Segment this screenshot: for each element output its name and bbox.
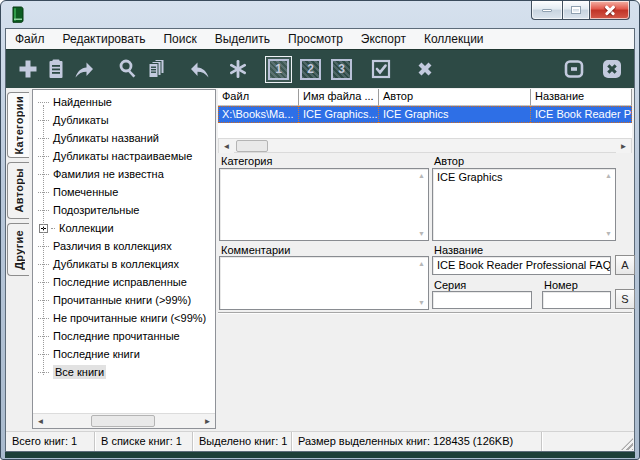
add-book-button[interactable]	[14, 55, 42, 83]
view-1-label: 1	[268, 59, 289, 80]
close-panel-button[interactable]	[598, 55, 626, 83]
tab-categories[interactable]: Категории	[7, 92, 29, 158]
series-field[interactable]	[432, 291, 532, 309]
view-mode-1-button[interactable]: 1	[265, 56, 292, 83]
number-field[interactable]	[542, 291, 611, 309]
minimize-button[interactable]	[531, 1, 562, 20]
search-button[interactable]	[114, 55, 142, 83]
scroll-right-arrow-icon[interactable]: ►	[200, 414, 215, 428]
menu-bar: Файл Редактировать Поиск Выделить Просмо…	[6, 29, 634, 49]
tab-others[interactable]: Другие	[7, 223, 29, 276]
tree-item-last-books[interactable]: Последние книги	[38, 345, 213, 363]
author-tool-button[interactable]: A	[615, 255, 635, 275]
menu-export[interactable]: Экспорт	[352, 30, 415, 48]
tree-item-custom-duplicates[interactable]: Дубликаты настраиваемые	[38, 147, 213, 165]
scroll-up-arrow-icon[interactable]: ▲	[605, 172, 612, 179]
tree-item-title-duplicates[interactable]: Дубликаты названий	[38, 129, 213, 147]
resize-grip[interactable]	[621, 438, 633, 450]
view-mode-2-button[interactable]: 2	[298, 57, 323, 82]
status-bar: Всего книг: 1 В списке книг: 1 Выделено …	[6, 431, 634, 451]
maximize-icon	[571, 6, 581, 14]
scroll-down-arrow-icon[interactable]: ▼	[605, 230, 612, 237]
batch-documents-button[interactable]	[142, 55, 170, 83]
scroll-up-arrow-icon[interactable]: ▲	[418, 260, 425, 267]
menu-collections[interactable]: Коллекции	[415, 30, 493, 48]
menu-view[interactable]: Просмотр	[279, 30, 352, 48]
scrollbar-thumb[interactable]	[236, 140, 268, 152]
table-row[interactable]: X:\Books\Ma... ICE Graphics... ICE Graph…	[218, 106, 632, 123]
tree-item-unknown-surname[interactable]: Фамилия не известна	[38, 165, 213, 183]
tree-item-suspicious[interactable]: Подозрительные	[38, 201, 213, 219]
category-tree: Найденные Дубликаты Дубликаты названий Д…	[38, 93, 213, 411]
magnifier-icon	[116, 57, 140, 81]
form-divider	[218, 312, 632, 314]
status-total-books: Всего книг: 1	[6, 432, 95, 451]
undo-button[interactable]	[186, 55, 214, 83]
scroll-right-arrow-icon[interactable]: ►	[616, 139, 631, 153]
table-empty-space	[218, 123, 632, 138]
tab-others-label: Другие	[13, 230, 25, 270]
column-header-title[interactable]: Название	[531, 89, 632, 106]
close-box-icon	[600, 57, 624, 81]
tab-authors[interactable]: Авторы	[7, 162, 29, 219]
arrow-forward-icon	[72, 57, 96, 81]
window-box-icon	[562, 57, 586, 81]
tree-item-duplicates[interactable]: Дубликаты	[38, 111, 213, 129]
maximize-button[interactable]	[562, 1, 590, 20]
scroll-left-arrow-icon[interactable]: ◄	[33, 414, 48, 428]
tree-item-found[interactable]: Найденные	[38, 93, 213, 111]
scroll-down-arrow-icon[interactable]: ▼	[418, 230, 425, 237]
edit-book-button[interactable]	[42, 55, 70, 83]
category-field[interactable]: ▲ ▼	[219, 168, 429, 241]
category-label: Категория	[221, 155, 272, 167]
tree-item-unread-books[interactable]: Не прочитанные книги (<99%)	[38, 309, 213, 327]
menu-edit[interactable]: Редактировать	[54, 30, 155, 48]
minimize-icon	[542, 9, 552, 12]
tree-item-read-books[interactable]: Прочитанные книги (>99%)	[38, 291, 213, 309]
menu-select[interactable]: Выделить	[206, 30, 279, 48]
minimize-window-button[interactable]	[560, 55, 588, 83]
x-icon	[413, 57, 437, 81]
scroll-left-arrow-icon[interactable]: ◄	[219, 139, 234, 153]
author-field[interactable]: ICE Graphics ▲ ▼	[432, 168, 616, 241]
tree-item-marked[interactable]: Помеченные	[38, 183, 213, 201]
app-window: Файл Редактировать Поиск Выделить Просмо…	[0, 0, 640, 460]
tree-item-last-read[interactable]: Последние прочитанные	[38, 327, 213, 345]
tree-item-last-corrected[interactable]: Последние исправленные	[38, 273, 213, 291]
plus-icon	[16, 57, 40, 81]
view-mode-3-button[interactable]: 3	[329, 57, 354, 82]
close-icon	[604, 4, 616, 16]
menu-file[interactable]: Файл	[6, 30, 54, 48]
asterisk-icon	[226, 57, 250, 81]
table-horizontal-scrollbar[interactable]: ◄ ►	[218, 138, 632, 153]
tree-item-collection-diffs[interactable]: Различия в коллекциях	[38, 237, 213, 255]
column-header-file[interactable]: Файл	[218, 89, 299, 106]
series-tool-button[interactable]: S	[615, 289, 635, 309]
column-header-filename[interactable]: Имя файла ...	[299, 89, 379, 106]
column-header-author[interactable]: Автор	[379, 89, 531, 106]
cell-author: ICE Graphics	[379, 106, 531, 123]
checkbox-mode-button[interactable]	[367, 55, 395, 83]
mark-button[interactable]	[224, 55, 252, 83]
tree-horizontal-scrollbar[interactable]: ◄ ►	[33, 413, 215, 428]
close-button[interactable]	[590, 1, 630, 20]
tree-item-collections[interactable]: Коллекции	[38, 219, 213, 237]
scroll-up-arrow-icon[interactable]: ▲	[418, 172, 425, 179]
tab-authors-label: Авторы	[13, 168, 25, 212]
comments-field[interactable]: ▲ ▼	[219, 256, 429, 310]
empty-panel	[218, 315, 632, 429]
undo-arrow-icon	[188, 57, 212, 81]
title-bar[interactable]	[1, 1, 639, 28]
menu-search[interactable]: Поиск	[154, 30, 205, 48]
delete-button[interactable]	[411, 55, 439, 83]
scroll-down-arrow-icon[interactable]: ▼	[418, 299, 425, 306]
category-tree-panel: Найденные Дубликаты Дубликаты названий Д…	[32, 89, 216, 429]
comments-label: Комментарии	[221, 244, 290, 256]
scrollbar-thumb[interactable]	[91, 415, 155, 427]
title-field[interactable]: ICE Book Reader Professional FAQ Р	[432, 256, 611, 275]
tree-item-collection-duplicates[interactable]: Дубликаты в коллекциях	[38, 255, 213, 273]
tree-item-all-books[interactable]: Все книги	[38, 363, 213, 381]
author-label: Автор	[434, 155, 464, 167]
cell-title: ICE Book Reader Pro	[531, 106, 632, 123]
send-button[interactable]	[70, 55, 98, 83]
